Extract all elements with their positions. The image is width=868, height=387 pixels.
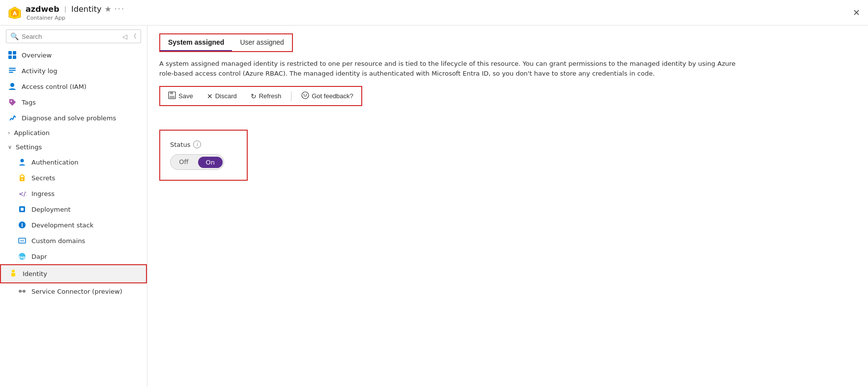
favorite-star[interactable]: ★	[104, 4, 111, 14]
save-label: Save	[178, 92, 193, 100]
svg-point-15	[22, 179, 23, 180]
discard-icon: ✕	[207, 92, 213, 100]
svg-rect-30	[170, 92, 173, 94]
sidebar-group-settings[interactable]: ∨ Settings	[0, 140, 147, 154]
more-options[interactable]: ···	[115, 4, 125, 14]
svg-rect-4	[13, 51, 16, 55]
sidebar-item-custom-domains-label: Custom domains	[31, 237, 85, 245]
svg-rect-18	[21, 208, 24, 211]
tab-user-assigned[interactable]: User assigned	[232, 34, 292, 51]
dapr-icon: dapr	[18, 252, 27, 261]
authentication-icon	[18, 158, 27, 166]
sidebar-item-secrets-label: Secrets	[31, 174, 55, 182]
sidebar-item-access-control[interactable]: Access control (IAM)	[0, 79, 147, 94]
sidebar-item-access-control-label: Access control (IAM)	[22, 83, 87, 90]
sidebar-item-dev-stack[interactable]: i Development stack	[0, 217, 147, 233]
sidebar-group-application-label: Application	[14, 129, 50, 137]
svg-text:</>: </>	[19, 191, 27, 197]
svg-rect-7	[9, 68, 16, 69]
chevron-left-icon[interactable]: 《	[130, 32, 137, 41]
sidebar-item-deployment-label: Deployment	[31, 206, 71, 213]
svg-rect-31	[170, 96, 174, 98]
sidebar-item-authentication[interactable]: Authentication	[0, 154, 147, 170]
sidebar-item-activity-log[interactable]: Activity log	[0, 63, 147, 79]
sidebar-item-tags[interactable]: Tags	[0, 94, 147, 110]
discard-label: Discard	[215, 92, 237, 100]
activity-log-icon	[8, 66, 17, 75]
sidebar-item-authentication-label: Authentication	[31, 159, 78, 166]
app-logo: A	[8, 6, 22, 20]
dev-stack-icon: i	[18, 221, 27, 229]
sidebar-item-secrets[interactable]: Secrets	[0, 170, 147, 186]
sidebar-item-dapr-label: Dapr	[31, 253, 47, 260]
service-connector-icon	[18, 287, 27, 296]
sidebar-item-service-connector[interactable]: Service Connector (preview)	[0, 283, 147, 299]
svg-text:i: i	[21, 222, 23, 228]
toolbar: Save ✕ Discard ↻ Refresh Got feedback?	[159, 86, 362, 106]
sidebar-item-dapr[interactable]: dapr Dapr	[0, 249, 147, 264]
sidebar-item-identity[interactable]: Identity	[0, 264, 147, 283]
secrets-icon	[18, 173, 27, 182]
sidebar-item-activity-log-label: Activity log	[22, 67, 58, 75]
search-container[interactable]: 🔍 ◁ 《	[6, 29, 141, 43]
access-control-icon	[8, 82, 17, 91]
close-button[interactable]: ✕	[853, 7, 860, 18]
tab-system-assigned[interactable]: System assigned	[160, 34, 232, 51]
sidebar-item-overview[interactable]: Overview	[0, 47, 147, 63]
search-input[interactable]	[22, 33, 119, 40]
svg-rect-22	[20, 240, 24, 242]
tags-icon	[8, 98, 17, 107]
sidebar-item-deployment[interactable]: Deployment	[0, 201, 147, 217]
diagnose-icon	[8, 113, 17, 122]
sidebar-item-diagnose[interactable]: Diagnose and solve problems	[0, 110, 147, 126]
content-area: System assigned User assigned A system a…	[147, 26, 868, 387]
search-icon: 🔍	[10, 32, 19, 40]
application-chevron: ›	[8, 130, 10, 136]
sidebar-group-settings-label: Settings	[16, 143, 42, 151]
feedback-label: Got feedback?	[312, 92, 353, 100]
sidebar-item-identity-label: Identity	[23, 270, 47, 277]
sidebar-item-custom-domains[interactable]: Custom domains	[0, 233, 147, 249]
title-separator: |	[64, 5, 66, 13]
svg-point-33	[304, 94, 305, 95]
status-text: Status	[170, 141, 190, 148]
main-layout: 🔍 ◁ 《 Overview Activity log Access contr…	[0, 26, 868, 387]
collapse-icon[interactable]: ◁	[122, 33, 127, 40]
refresh-icon: ↻	[251, 92, 257, 100]
title-name-group: azdweb | Identity ★ ··· Container App	[26, 4, 125, 21]
sidebar-item-overview-label: Overview	[22, 52, 52, 59]
sidebar-item-ingress[interactable]: </> Ingress	[0, 186, 147, 201]
status-label-row: Status i	[170, 140, 237, 148]
custom-domains-icon	[18, 236, 27, 245]
sidebar-item-ingress-label: Ingress	[31, 190, 55, 197]
svg-text:dapr: dapr	[18, 255, 27, 259]
status-toggle[interactable]: Off On	[170, 154, 224, 170]
save-button[interactable]: Save	[162, 89, 199, 103]
sidebar: 🔍 ◁ 《 Overview Activity log Access contr…	[0, 26, 147, 387]
svg-rect-5	[8, 55, 12, 59]
toggle-on-label: On	[198, 157, 223, 168]
svg-rect-8	[9, 70, 16, 71]
info-icon[interactable]: i	[193, 140, 201, 148]
svg-rect-6	[13, 55, 16, 59]
overview-icon	[8, 51, 17, 59]
svg-point-34	[306, 94, 307, 95]
discard-button[interactable]: ✕ Discard	[201, 90, 243, 103]
svg-point-25	[12, 270, 15, 273]
app-name: azdweb	[26, 4, 59, 14]
sidebar-group-application[interactable]: › Application	[0, 126, 147, 140]
svg-point-27	[23, 290, 26, 293]
svg-point-12	[21, 159, 24, 163]
feedback-button[interactable]: Got feedback?	[295, 89, 359, 103]
sidebar-item-diagnose-label: Diagnose and solve problems	[22, 114, 116, 122]
svg-point-32	[302, 92, 309, 99]
description-text: A system assigned managed identity is re…	[159, 59, 749, 78]
save-icon	[168, 91, 176, 101]
sidebar-item-dev-stack-label: Development stack	[31, 221, 93, 229]
refresh-button[interactable]: ↻ Refresh	[245, 90, 288, 103]
svg-rect-9	[9, 72, 13, 73]
identity-icon	[9, 269, 18, 279]
svg-point-26	[19, 290, 22, 293]
tabs-container: System assigned User assigned	[159, 33, 293, 52]
deployment-icon	[18, 205, 27, 214]
